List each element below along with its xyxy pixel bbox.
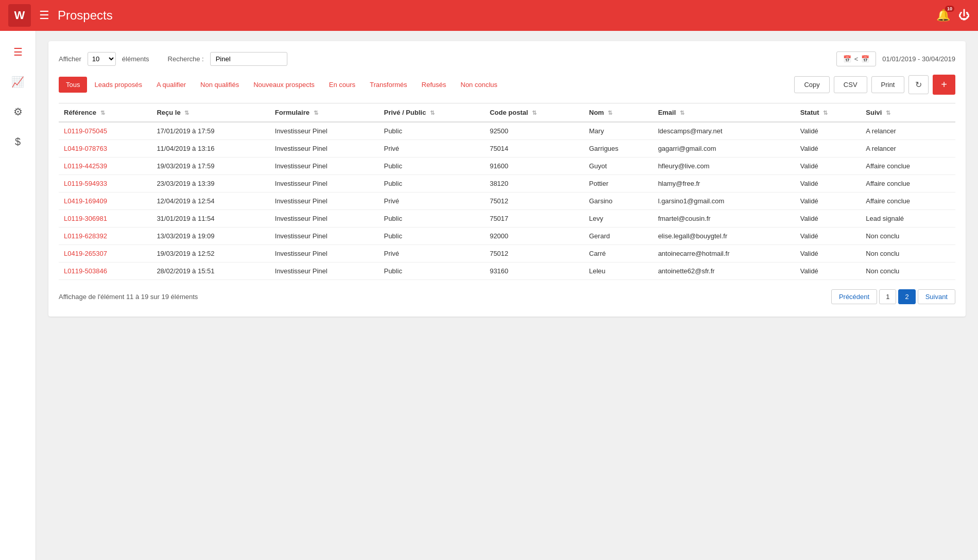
ref-link-3[interactable]: L0119-594933 <box>64 180 107 187</box>
refresh-button[interactable]: ↻ <box>908 75 929 94</box>
cell-recu-7: 19/03/2019 à 12:52 <box>151 245 269 262</box>
sidebar-item-chart[interactable]: 📈 <box>5 69 31 95</box>
col-prive-public: Privé / Public ⇅ <box>379 103 484 122</box>
pagination-page-1[interactable]: 1 <box>879 289 896 304</box>
chart-icon: 📈 <box>11 76 24 88</box>
cell-email-3: hlamy@free.fr <box>653 175 795 192</box>
cell-email-1: gagarri@gmail.com <box>653 140 795 157</box>
cell-email-5: fmartel@cousin.fr <box>653 210 795 227</box>
tab-non-conclus[interactable]: Non conclus <box>453 77 505 93</box>
cell-suivi-0: A relancer <box>861 122 955 140</box>
print-button[interactable]: Print <box>871 76 905 93</box>
cell-cp-8: 93160 <box>485 262 584 280</box>
table-row: L0119-503846 28/02/2019 à 15:51 Investis… <box>59 262 955 280</box>
sort-icon-nom[interactable]: ⇅ <box>608 110 612 116</box>
table-row: L0419-169409 12/04/2019 à 12:54 Investis… <box>59 192 955 210</box>
pagination-next[interactable]: Suivant <box>918 289 955 304</box>
sort-icon-statut[interactable]: ⇅ <box>823 110 828 116</box>
sidebar-item-settings[interactable]: ⚙ <box>5 99 31 125</box>
tab-tous[interactable]: Tous <box>59 77 87 93</box>
filter-tabs-bar: Tous Leads proposés A qualifier Non qual… <box>59 75 955 95</box>
menu-icon[interactable]: ☰ <box>39 9 49 22</box>
bell-badge: 10 <box>945 6 954 12</box>
ref-link-2[interactable]: L0119-442539 <box>64 162 107 170</box>
cell-cp-5: 75017 <box>485 210 584 227</box>
cell-cp-6: 92000 <box>485 227 584 245</box>
pagination-page-2[interactable]: 2 <box>898 289 915 304</box>
cell-formulaire-8: Investisseur Pinel <box>270 262 379 280</box>
sort-icon-cp[interactable]: ⇅ <box>532 110 537 116</box>
ref-link-1[interactable]: L0419-078763 <box>64 145 107 152</box>
main-content: Afficher 10 25 50 éléments Recherche : 📅… <box>36 31 978 560</box>
cell-suivi-3: Affaire conclue <box>861 175 955 192</box>
tab-en-cours[interactable]: En cours <box>322 77 363 93</box>
cell-email-2: hfleury@live.com <box>653 157 795 175</box>
csv-button[interactable]: CSV <box>834 76 867 93</box>
sort-icon-email[interactable]: ⇅ <box>680 110 684 116</box>
cell-nom-7: Carré <box>584 245 653 262</box>
cell-recu-5: 31/01/2019 à 11:54 <box>151 210 269 227</box>
cell-ref-5: L0119-306981 <box>59 210 151 227</box>
cell-statut-6: Validé <box>795 227 861 245</box>
ref-link-8[interactable]: L0119-503846 <box>64 267 107 275</box>
col-suivi: Suivi ⇅ <box>861 103 955 122</box>
col-reference: Référence ⇅ <box>59 103 151 122</box>
ref-link-6[interactable]: L0119-628392 <box>64 232 107 240</box>
cell-statut-2: Validé <box>795 157 861 175</box>
date-range-button[interactable]: 📅 < 📅 <box>836 51 877 66</box>
col-email: Email ⇅ <box>653 103 795 122</box>
cell-suivi-7: Non conclu <box>861 245 955 262</box>
ref-link-7[interactable]: L0419-265307 <box>64 250 107 257</box>
table-row: L0119-306981 31/01/2019 à 11:54 Investis… <box>59 210 955 227</box>
power-icon[interactable]: ⏻ <box>958 9 970 22</box>
ref-link-4[interactable]: L0419-169409 <box>64 197 107 205</box>
sort-icon-prive[interactable]: ⇅ <box>430 110 435 116</box>
cell-nom-1: Garrigues <box>584 140 653 157</box>
topbar: W ☰ Prospects 🔔 10 ⏻ <box>0 0 978 31</box>
copy-button[interactable]: Copy <box>794 76 829 93</box>
table-body: L0119-075045 17/01/2019 à 17:59 Investis… <box>59 122 955 280</box>
notification-bell[interactable]: 🔔 10 <box>936 9 950 22</box>
sort-icon-suivi[interactable]: ⇅ <box>886 110 890 116</box>
tab-leads-proposes[interactable]: Leads proposés <box>87 77 149 93</box>
recherche-label: Recherche : <box>168 55 204 63</box>
cell-prive-2: Public <box>379 157 484 175</box>
cell-statut-4: Validé <box>795 192 861 210</box>
logo: W <box>8 4 31 27</box>
afficher-select[interactable]: 10 25 50 <box>88 52 116 66</box>
ref-link-5[interactable]: L0119-306981 <box>64 215 107 222</box>
cell-ref-4: L0419-169409 <box>59 192 151 210</box>
add-button[interactable]: + <box>933 75 955 95</box>
cell-email-7: antoinecarre@hotmail.fr <box>653 245 795 262</box>
cell-prive-5: Public <box>379 210 484 227</box>
tab-refuses[interactable]: Refusés <box>415 77 454 93</box>
cell-recu-1: 11/04/2019 à 13:16 <box>151 140 269 157</box>
col-recu: Reçu le ⇅ <box>151 103 269 122</box>
cell-nom-4: Garsino <box>584 192 653 210</box>
tab-non-qualifies[interactable]: Non qualifiés <box>193 77 246 93</box>
ref-link-0[interactable]: L0119-075045 <box>64 127 107 135</box>
topbar-actions: 🔔 10 ⏻ <box>936 9 970 22</box>
table-row: L0419-078763 11/04/2019 à 13:16 Investis… <box>59 140 955 157</box>
sort-icon-reference[interactable]: ⇅ <box>100 110 105 116</box>
tab-transformes[interactable]: Transformés <box>363 77 414 93</box>
layout: ☰ 📈 ⚙ $ Afficher 10 25 50 éléments Reche… <box>0 31 978 560</box>
search-input[interactable] <box>210 52 287 66</box>
table-row: L0119-628392 13/03/2019 à 19:09 Investis… <box>59 227 955 245</box>
pagination-info: Affichage de l'élément 11 à 19 sur 19 él… <box>59 293 198 301</box>
calendar-icon: 📅 <box>843 55 851 63</box>
cell-suivi-8: Non conclu <box>861 262 955 280</box>
sort-icon-recu[interactable]: ⇅ <box>184 110 189 116</box>
tab-nouveaux-prospects[interactable]: Nouveaux prospects <box>246 77 322 93</box>
cell-ref-6: L0119-628392 <box>59 227 151 245</box>
main-card: Afficher 10 25 50 éléments Recherche : 📅… <box>48 41 966 317</box>
page-title: Prospects <box>58 8 113 23</box>
sidebar-item-list[interactable]: ☰ <box>5 39 31 65</box>
pagination-controls: Précédent 1 2 Suivant <box>831 289 955 304</box>
sidebar-item-finance[interactable]: $ <box>5 129 31 154</box>
pagination-prev[interactable]: Précédent <box>831 289 877 304</box>
sort-icon-formulaire[interactable]: ⇅ <box>314 110 318 116</box>
col-formulaire: Formulaire ⇅ <box>270 103 379 122</box>
cell-prive-8: Public <box>379 262 484 280</box>
tab-a-qualifier[interactable]: A qualifier <box>149 77 193 93</box>
